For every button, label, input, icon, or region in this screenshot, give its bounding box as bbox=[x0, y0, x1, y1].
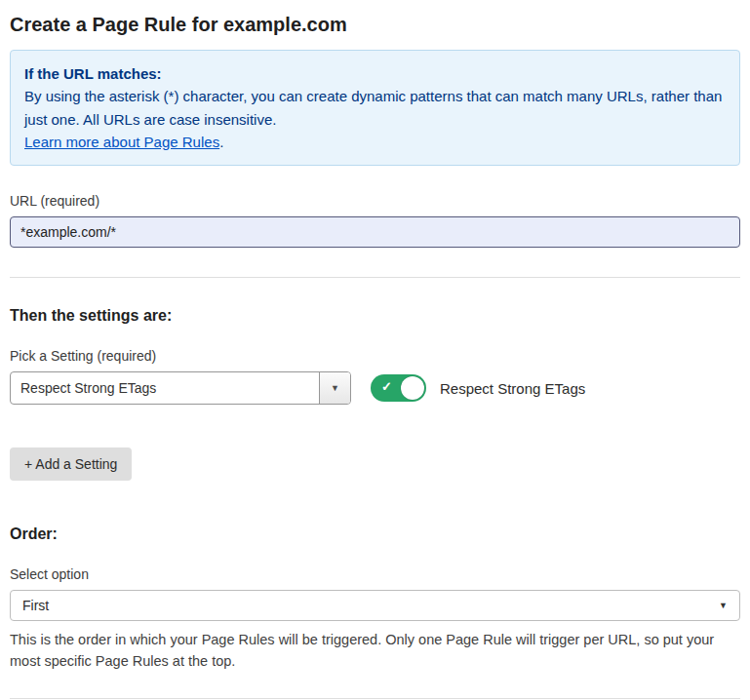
toggle-label: Respect Strong ETags bbox=[440, 380, 585, 397]
check-icon: ✓ bbox=[381, 379, 392, 394]
order-help-text: This is the order in which your Page Rul… bbox=[10, 629, 740, 673]
footer-divider bbox=[10, 698, 740, 699]
setting-row: Respect Strong ETags ▼ ✓ Respect Strong … bbox=[10, 371, 740, 405]
url-input[interactable] bbox=[10, 216, 740, 248]
info-box-link-line: Learn more about Page Rules. bbox=[24, 131, 726, 153]
order-heading: Order: bbox=[10, 525, 740, 543]
order-select[interactable]: First ▼ bbox=[10, 590, 740, 621]
dropdown-arrow-icon[interactable]: ▼ bbox=[319, 372, 350, 404]
pick-setting-label: Pick a Setting (required) bbox=[10, 348, 740, 364]
learn-more-link[interactable]: Learn more about Page Rules bbox=[24, 134, 219, 150]
order-select-value: First bbox=[22, 598, 49, 613]
chevron-down-icon: ▼ bbox=[719, 601, 728, 610]
url-match-info-box: If the URL matches: By using the asteris… bbox=[10, 50, 740, 166]
info-box-body: By using the asterisk (*) character, you… bbox=[24, 85, 726, 131]
add-setting-button[interactable]: + Add a Setting bbox=[10, 447, 132, 481]
setting-dropdown-value: Respect Strong ETags bbox=[11, 380, 319, 396]
page-title: Create a Page Rule for example.com bbox=[10, 8, 740, 50]
settings-heading: Then the settings are: bbox=[10, 307, 740, 325]
url-field-label: URL (required) bbox=[10, 193, 740, 209]
section-divider bbox=[10, 277, 740, 278]
link-period: . bbox=[219, 134, 223, 150]
page-rule-form: Create a Page Rule for example.com If th… bbox=[0, 0, 750, 700]
toggle-knob bbox=[401, 376, 424, 400]
setting-dropdown[interactable]: Respect Strong ETags ▼ bbox=[10, 371, 351, 405]
info-box-heading: If the URL matches: bbox=[24, 62, 726, 85]
etags-toggle[interactable]: ✓ bbox=[371, 374, 426, 402]
order-select-label: Select option bbox=[10, 566, 740, 582]
